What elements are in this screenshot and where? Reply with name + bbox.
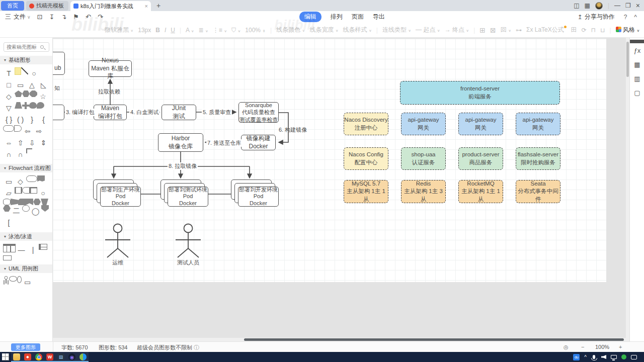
- group-button[interactable]: 回 ∨: [501, 26, 511, 34]
- tab-template[interactable]: 找稿壳模板: [26, 1, 68, 11]
- shape-item[interactable]: ☆: [37, 90, 49, 102]
- connector-type-select[interactable]: 连线类型 ∨: [382, 26, 411, 34]
- shape-item[interactable]: [3, 205, 11, 212]
- horizontal-scrollbar-thumb[interactable]: [244, 338, 624, 341]
- taskbar-app-icon[interactable]: [11, 352, 22, 362]
- insert-table-button[interactable]: 田: [571, 26, 577, 34]
- actor-label-ops[interactable]: 运维: [107, 259, 128, 266]
- shape-item[interactable]: [3, 255, 12, 260]
- shape-item[interactable]: —: [16, 244, 27, 255]
- horizontal-scrollbar[interactable]: [53, 338, 626, 341]
- align-button[interactable]: ≣ ∨: [199, 27, 208, 34]
- line-width-select[interactable]: 线条宽度 ∨: [309, 26, 338, 34]
- more-shapes-button[interactable]: 更多图形: [11, 343, 40, 351]
- shape-item[interactable]: [21, 67, 28, 74]
- flow-node-docker-build[interactable]: 镜像构建Docker: [241, 135, 276, 150]
- import-button[interactable]: ↴: [61, 13, 66, 21]
- export-menu[interactable]: 导出: [373, 13, 385, 21]
- shape-item[interactable]: }: [26, 114, 38, 125]
- shape-item[interactable]: ⇨: [33, 125, 45, 137]
- shape-item[interactable]: [15, 90, 22, 97]
- service-node[interactable]: shop-uaa认证服务: [401, 147, 446, 170]
- latex-formula-button[interactable]: Σx LaTeX公式: [526, 26, 567, 34]
- panel-tool-icon[interactable]: ▦: [634, 61, 640, 68]
- vertical-scrollbar[interactable]: [626, 38, 629, 341]
- deploy-stack-prod[interactable]: 部署到生产环境PodDocker: [93, 179, 142, 208]
- shape-item[interactable]: △: [26, 79, 38, 90]
- volume-icon[interactable]: [601, 355, 606, 359]
- flow-node-junit[interactable]: JUnit测试: [162, 105, 196, 120]
- shape-item[interactable]: [14, 125, 22, 132]
- taskbar-app-icon[interactable]: W: [44, 352, 55, 362]
- notifications-icon[interactable]: [631, 355, 637, 359]
- shape-item[interactable]: ∩: [3, 148, 15, 160]
- reader-mode-icon[interactable]: ◫: [574, 2, 579, 9]
- unlock-button[interactable]: ⊔: [600, 27, 605, 34]
- shape-item[interactable]: [: [3, 217, 15, 228]
- tray-expand-chevron[interactable]: ^: [584, 354, 587, 360]
- shape-item[interactable]: [26, 175, 37, 182]
- shape-item[interactable]: { }: [3, 114, 15, 125]
- insert-image-button[interactable]: ⊠: [490, 26, 496, 34]
- text-zoom-select[interactable]: 100% ⇕: [245, 27, 266, 34]
- service-node[interactable]: product-server商品服务: [458, 147, 503, 170]
- service-node[interactable]: api-gateway网关: [401, 113, 446, 135]
- shape-item[interactable]: ⇦: [22, 125, 33, 137]
- share-collab-button[interactable]: 分享与协作: [585, 13, 615, 21]
- download-button[interactable]: ↧: [49, 13, 55, 21]
- page-menu[interactable]: 页面: [352, 13, 364, 21]
- window-close-button[interactable]: ×: [636, 2, 640, 10]
- line-start-select[interactable]: — 起点 ∨: [416, 26, 440, 34]
- taskbar-app-icon[interactable]: [77, 352, 89, 362]
- line-style-select[interactable]: 线条样式 ∨: [343, 26, 372, 34]
- shape-item[interactable]: {: [38, 114, 49, 125]
- fill-color-button[interactable]: ⛉ ∨: [231, 27, 240, 34]
- service-node[interactable]: api-gateway网关: [516, 113, 560, 135]
- redo-button[interactable]: ↷: [98, 13, 103, 21]
- shape-item[interactable]: [3, 199, 11, 205]
- shape-item[interactable]: ⇧: [15, 137, 26, 148]
- section-header-flowchart[interactable]: ▾Flowchart 流程图: [0, 164, 52, 172]
- fit-view-button[interactable]: ◎: [564, 344, 569, 350]
- shape-item[interactable]: [22, 102, 29, 109]
- style-select[interactable]: 风格 ∨: [616, 26, 640, 34]
- shape-item[interactable]: [15, 67, 21, 75]
- shape-item[interactable]: ( ): [15, 114, 26, 125]
- shape-item[interactable]: [30, 187, 37, 194]
- tab-close-icon[interactable]: ×: [145, 3, 148, 9]
- service-node-frontend[interactable]: frontend-server前端服务: [400, 81, 560, 105]
- shape-item[interactable]: [3, 244, 11, 252]
- reset-button[interactable]: ⟳: [582, 27, 587, 34]
- shape-item[interactable]: [41, 205, 49, 212]
- shape-item[interactable]: [26, 148, 32, 153]
- new-tab-button[interactable]: +: [154, 1, 163, 10]
- shape-item[interactable]: ◇: [3, 90, 15, 102]
- flow-node-nexus[interactable]: NexusMaven 私服仓库: [89, 60, 132, 77]
- service-node[interactable]: api-gateway网关: [458, 113, 503, 135]
- insert-link-button[interactable]: ⊶: [516, 27, 522, 34]
- flow-node-jenkins-partial[interactable]: [53, 105, 64, 120]
- window-minimize-button[interactable]: —: [614, 2, 620, 9]
- antivirus-icon[interactable]: [621, 354, 626, 359]
- deploy-stack-test[interactable]: 部署到测试环境PodDocker: [160, 179, 209, 208]
- section-header-pool[interactable]: ▾泳池/泳道: [0, 232, 52, 241]
- shape-item[interactable]: ⇕: [38, 137, 49, 148]
- shape-item[interactable]: [22, 90, 30, 97]
- shape-item[interactable]: ◯: [30, 205, 41, 217]
- taskbar-app-icon[interactable]: ▤: [55, 352, 66, 362]
- service-node[interactable]: Nacos Config配置中心: [344, 147, 388, 170]
- shape-item[interactable]: [29, 102, 37, 109]
- flow-node-maven[interactable]: Maven编译打包: [94, 105, 127, 120]
- panel-tool-icon[interactable]: ▥: [634, 75, 640, 82]
- shape-item[interactable]: [11, 244, 16, 252]
- arrange-menu[interactable]: 排列: [331, 13, 343, 21]
- flag-button[interactable]: ⚑: [73, 13, 79, 21]
- shape-item[interactable]: ⇩: [26, 137, 38, 148]
- flow-node-github-partial[interactable]: ub: [53, 52, 65, 75]
- bold-button[interactable]: B: [155, 27, 160, 34]
- edit-mode-tab[interactable]: 编辑: [299, 12, 321, 22]
- zoom-out-button[interactable]: −: [581, 344, 584, 350]
- shape-item[interactable]: |: [27, 244, 39, 255]
- service-node[interactable]: Seata分布式事务中间件: [516, 180, 560, 203]
- font-color-button[interactable]: A ∨: [186, 27, 194, 34]
